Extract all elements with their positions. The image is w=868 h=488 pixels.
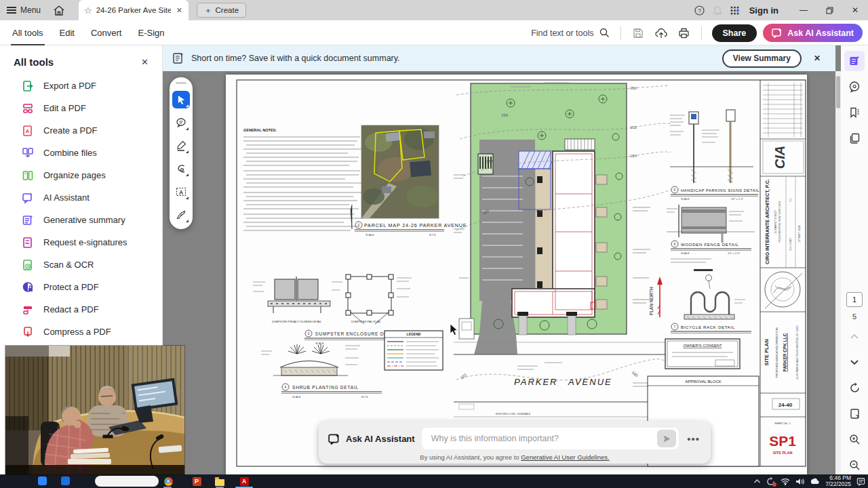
- select-tool-button[interactable]: [172, 91, 190, 108]
- page-thumbnails-button[interactable]: [844, 128, 865, 148]
- sidebar-item-ai-assistant[interactable]: AI Assistant: [0, 186, 162, 209]
- previous-page-button[interactable]: [844, 326, 865, 346]
- comments-panel-button[interactable]: [844, 77, 865, 97]
- ai-question-input[interactable]: [430, 433, 658, 444]
- sidebar-item-edit-pdf[interactable]: Edit a PDF: [0, 97, 162, 119]
- svg-text:DUMPSTER PRIVACY SCREEN DETAIL: DUMPSTER PRIVACY SCREEN DETAIL: [272, 320, 322, 323]
- svg-text:D.H., N.A.P.: D.H., N.A.P.: [789, 237, 792, 250]
- taskbar-search-box[interactable]: [95, 476, 159, 487]
- apps-button[interactable]: [726, 0, 744, 20]
- drag-handle[interactable]: [176, 82, 186, 84]
- page-number-input[interactable]: 1: [846, 292, 863, 307]
- sidebar-item-organize-pages[interactable]: Organize pages: [0, 164, 162, 186]
- tab-edit[interactable]: Edit: [52, 20, 83, 45]
- sidebar-item-scan-ocr[interactable]: AScan & OCR: [0, 253, 162, 276]
- share-button[interactable]: Share: [712, 24, 757, 42]
- clock-date: 7/22/2025: [825, 481, 851, 488]
- ai-more-options-button[interactable]: •••: [686, 433, 701, 445]
- sidebar-item-redact-pdf[interactable]: Redact a PDF: [0, 298, 162, 321]
- sidebar-item-generative-summary[interactable]: Generative summary: [0, 209, 162, 231]
- ask-ai-assistant-button[interactable]: Ask AI Assistant: [763, 24, 863, 42]
- taskbar-clock[interactable]: 6:46 PM 7/22/2025: [825, 475, 851, 488]
- sidebar-item-compress-pdf[interactable]: Compress a PDF: [0, 321, 162, 343]
- folder-icon: [215, 479, 224, 486]
- document-tab[interactable]: ☆ 24-26 Parker Ave Site Pl... ✕: [79, 0, 189, 20]
- help-button[interactable]: ?: [691, 0, 709, 20]
- taskbar-app-icon[interactable]: [38, 476, 47, 485]
- taskbar-chrome[interactable]: [163, 476, 174, 487]
- stairs: [565, 139, 595, 150]
- home-button[interactable]: [47, 0, 71, 20]
- sidebar-item-create-pdf[interactable]: ACreate a PDF: [0, 119, 162, 142]
- tray-expand-icon[interactable]: [753, 479, 761, 484]
- general-notes-block: GENERAL NOTES:: [243, 128, 363, 230]
- svg-text:OWNER'S CONSENT: OWNER'S CONSENT: [683, 344, 722, 348]
- tab-esign[interactable]: E-Sign: [130, 20, 172, 45]
- restore-button[interactable]: [816, 0, 842, 20]
- sign-in-button[interactable]: Sign in: [749, 5, 778, 16]
- bookmarks-panel-button[interactable]: [844, 102, 865, 123]
- draw-tool-button[interactable]: [172, 160, 190, 178]
- view-summary-button[interactable]: View Summary: [722, 49, 802, 68]
- sidebar-item-combine-files[interactable]: Combine files: [0, 142, 162, 164]
- sidebar-item-export-pdf[interactable]: Export a PDF: [0, 75, 162, 97]
- next-page-button[interactable]: [844, 352, 865, 372]
- scrollbar-thumb[interactable]: [836, 76, 840, 108]
- sidebar-item-request-esignatures[interactable]: Request e-signatures: [0, 231, 162, 253]
- sidebar-item-protect-pdf[interactable]: Protect a PDF: [0, 276, 162, 298]
- notifications-button[interactable]: [709, 0, 726, 20]
- zoom-in-button[interactable]: [844, 429, 865, 449]
- ai-assistant-icon: [22, 192, 34, 204]
- vertical-scrollbar[interactable]: [835, 71, 841, 488]
- save-button[interactable]: [628, 23, 648, 43]
- organize-pages-icon: [22, 169, 34, 182]
- menu-button[interactable]: Menu: [0, 0, 47, 20]
- find-tools-button[interactable]: Find text or tools: [531, 28, 613, 38]
- tab-convert[interactable]: Convert: [83, 20, 130, 45]
- zoom-out-button[interactable]: [844, 455, 865, 475]
- tab-all-tools[interactable]: All tools: [4, 20, 52, 45]
- toolbar-right: Find text or tools Share Ask AI Assistan…: [531, 20, 863, 45]
- generative-summary-icon: [22, 214, 34, 226]
- star-icon[interactable]: ☆: [84, 5, 92, 16]
- svg-text:BICYCLE RACK DETAIL: BICYCLE RACK DETAIL: [681, 325, 735, 329]
- quick-tools-bar: A: [170, 77, 193, 229]
- svg-text:A: A: [179, 189, 183, 196]
- close-tab-icon[interactable]: ✕: [176, 6, 182, 15]
- taskbar-file-explorer[interactable]: [214, 476, 225, 487]
- svg-text:1/2" = 1'-0": 1/2" = 1'-0": [728, 252, 741, 255]
- upload-cloud-button[interactable]: [651, 23, 671, 43]
- taskbar-app-icon[interactable]: [61, 476, 70, 485]
- tool-list: Export a PDF Edit a PDF ACreate a PDF Co…: [0, 75, 162, 343]
- fit-page-button[interactable]: [844, 403, 865, 424]
- site-plan-parcel: 150 152 154 156 158 160 160 162: [454, 83, 671, 380]
- taskbar-powerpoint[interactable]: P: [191, 476, 202, 487]
- volume-tray-icon[interactable]: [795, 478, 804, 485]
- fill-sign-tool-button[interactable]: [172, 206, 190, 224]
- svg-text:WOODEN FENCE DETAIL: WOODEN FENCE DETAIL: [681, 242, 739, 247]
- ai-question-input-wrap: [422, 428, 679, 449]
- comment-tool-button[interactable]: [172, 114, 190, 131]
- sync-alert-badge: [772, 483, 776, 487]
- minimize-button[interactable]: —: [791, 0, 816, 20]
- sync-tray-icon[interactable]: [766, 477, 775, 486]
- wifi-tray-icon[interactable]: [781, 478, 790, 485]
- taskbar-acrobat[interactable]: A: [239, 476, 250, 487]
- send-button[interactable]: [657, 430, 676, 447]
- highlight-tool-button[interactable]: [172, 137, 190, 155]
- generative-summary-button[interactable]: [844, 51, 865, 71]
- pdf-page[interactable]: GENERAL NOTES:: [226, 75, 807, 474]
- create-button[interactable]: ＋ Create: [197, 3, 246, 18]
- bicycle-rack-detail: 7 BICYCLE RACK DETAIL: [671, 275, 751, 333]
- close-window-button[interactable]: ✕: [842, 0, 868, 20]
- rotate-page-button[interactable]: [844, 378, 865, 398]
- pages-icon: [848, 132, 861, 144]
- dismiss-notification-icon[interactable]: ✕: [808, 54, 826, 63]
- action-center-icon[interactable]: [856, 477, 865, 486]
- add-text-tool-button[interactable]: A: [172, 183, 190, 201]
- svg-text:156: 156: [501, 113, 509, 117]
- weather-tray-icon[interactable]: [810, 478, 820, 485]
- guidelines-link[interactable]: Generative AI User Guidelines.: [521, 453, 609, 461]
- print-button[interactable]: [674, 23, 694, 43]
- close-panel-icon[interactable]: ✕: [141, 57, 149, 67]
